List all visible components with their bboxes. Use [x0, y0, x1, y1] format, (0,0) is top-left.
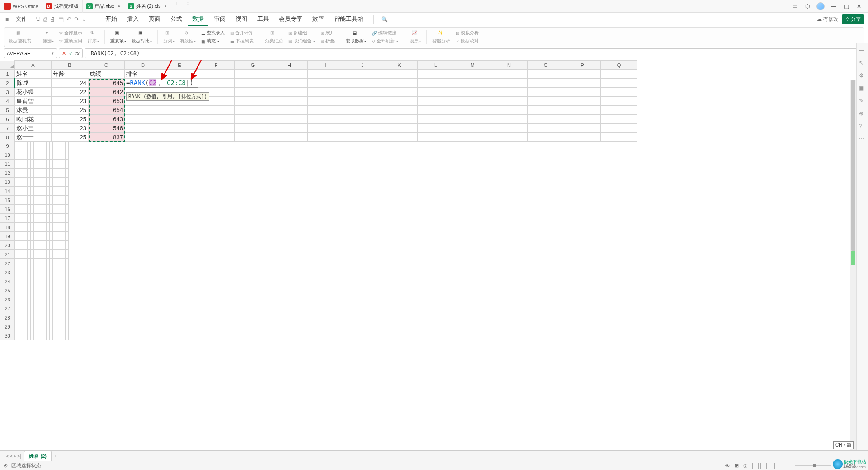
cell[interactable] — [37, 277, 40, 286]
cell[interactable] — [15, 241, 18, 250]
cell[interactable] — [24, 322, 28, 331]
cell[interactable] — [31, 160, 34, 169]
cell[interactable] — [66, 150, 69, 160]
cell[interactable] — [34, 331, 37, 340]
cell[interactable] — [40, 322, 43, 331]
cell[interactable] — [56, 277, 59, 286]
row-header[interactable]: 24 — [0, 277, 15, 286]
cell[interactable] — [21, 150, 24, 160]
col-header-I[interactable]: I — [308, 61, 344, 70]
cell[interactable] — [47, 178, 50, 187]
cell[interactable] — [31, 322, 34, 331]
cell[interactable] — [18, 196, 21, 205]
show-all-button[interactable]: ▽ 全部显示 — [57, 29, 85, 37]
cell[interactable]: 25 — [52, 106, 88, 115]
data-compare-button[interactable]: ▣数据对比▾ — [129, 29, 155, 45]
cell[interactable] — [28, 178, 31, 187]
side-toolbox-icon[interactable]: ▣ — [859, 85, 866, 92]
cell[interactable] — [21, 268, 24, 277]
simulation-button[interactable]: ⊞ 模拟分析 — [453, 29, 481, 37]
tab-product-xlsx[interactable]: S 产品.xlsx • — [83, 0, 124, 13]
cell[interactable] — [59, 187, 62, 196]
cell[interactable] — [47, 169, 50, 178]
cell[interactable] — [37, 268, 40, 277]
cell[interactable] — [62, 178, 66, 187]
cell[interactable] — [37, 205, 40, 214]
cell[interactable] — [31, 150, 34, 160]
cell[interactable] — [50, 169, 53, 178]
cell[interactable]: 23 — [52, 97, 88, 106]
col-header-N[interactable]: N — [491, 61, 528, 70]
cell[interactable] — [34, 286, 37, 295]
tab-efficiency[interactable]: 效率 — [308, 13, 329, 26]
cell[interactable] — [15, 322, 18, 331]
cell[interactable] — [62, 205, 66, 214]
cell[interactable] — [34, 250, 37, 259]
cell[interactable] — [37, 295, 40, 304]
cell[interactable] — [59, 250, 62, 259]
cell[interactable] — [53, 141, 56, 150]
minimize-button[interactable]: — — [830, 3, 837, 10]
cell[interactable] — [62, 286, 66, 295]
cell[interactable] — [37, 304, 40, 313]
cell[interactable] — [34, 313, 37, 322]
cell[interactable] — [18, 331, 21, 340]
cell[interactable] — [59, 286, 62, 295]
cell[interactable] — [28, 277, 31, 286]
cell[interactable] — [28, 331, 31, 340]
sort-button[interactable]: ⇅排序▾ — [85, 29, 102, 45]
cell[interactable] — [40, 277, 43, 286]
cell[interactable] — [53, 205, 56, 214]
cell[interactable] — [62, 313, 66, 322]
row-header[interactable]: 4 — [0, 97, 15, 106]
row-header[interactable]: 20 — [0, 241, 15, 250]
row-header[interactable]: 29 — [0, 322, 15, 331]
cell[interactable] — [53, 241, 56, 250]
cell[interactable] — [40, 295, 43, 304]
cell[interactable] — [18, 304, 21, 313]
cell[interactable] — [37, 232, 40, 241]
cell[interactable] — [28, 268, 31, 277]
col-header-M[interactable]: M — [454, 61, 491, 70]
cell[interactable]: 25 — [52, 115, 88, 124]
cell[interactable] — [37, 313, 40, 322]
cell[interactable] — [18, 322, 21, 331]
cell[interactable] — [21, 277, 24, 286]
cell[interactable] — [56, 223, 59, 232]
cell[interactable] — [47, 205, 50, 214]
cell[interactable] — [18, 205, 21, 214]
tablet-mode-icon[interactable]: ▭ — [791, 3, 798, 10]
cell[interactable] — [59, 178, 62, 187]
close-button[interactable]: ✕ — [855, 3, 863, 10]
cell[interactable] — [56, 259, 59, 268]
vertical-scrollbar[interactable] — [850, 80, 856, 340]
cell[interactable] — [31, 178, 34, 187]
cell[interactable] — [34, 141, 37, 150]
cell[interactable] — [18, 187, 21, 196]
cell[interactable] — [50, 205, 53, 214]
cell[interactable] — [43, 178, 47, 187]
cell[interactable] — [40, 178, 43, 187]
row-header[interactable]: 1 — [0, 70, 15, 79]
cell[interactable] — [40, 205, 43, 214]
cell[interactable] — [21, 286, 24, 295]
cell[interactable] — [50, 331, 53, 340]
cell[interactable] — [53, 214, 56, 223]
cell[interactable] — [59, 313, 62, 322]
cell[interactable] — [31, 286, 34, 295]
expand-button[interactable]: ⊞ 展开 — [318, 29, 337, 37]
app-menu-icon[interactable]: ≡ — [4, 15, 10, 24]
cell[interactable] — [53, 268, 56, 277]
cell[interactable] — [40, 196, 43, 205]
cell[interactable] — [21, 322, 24, 331]
cell[interactable] — [34, 150, 37, 160]
tab-formula[interactable]: 公式 — [166, 13, 187, 26]
cell[interactable] — [43, 187, 47, 196]
cell[interactable] — [18, 277, 21, 286]
cell[interactable] — [56, 169, 59, 178]
cell[interactable] — [37, 187, 40, 196]
cell[interactable] — [34, 187, 37, 196]
validation-button[interactable]: ⊘有效性▾ — [177, 29, 198, 45]
cell[interactable] — [34, 304, 37, 313]
cell[interactable] — [24, 304, 28, 313]
